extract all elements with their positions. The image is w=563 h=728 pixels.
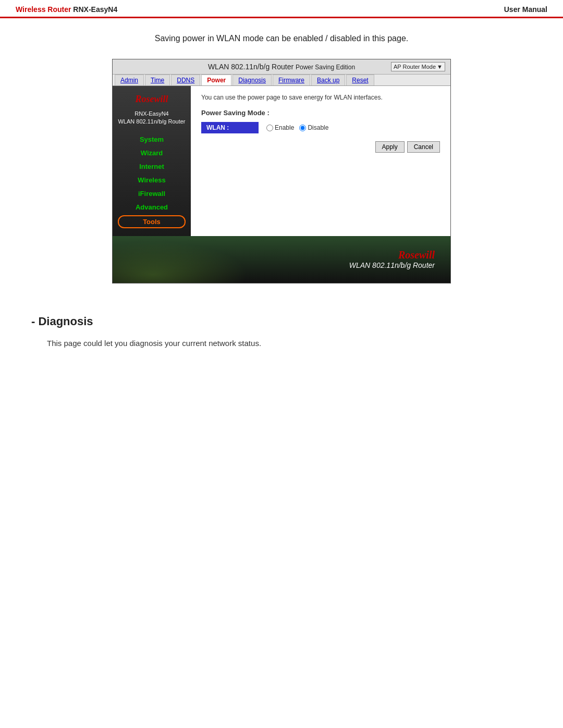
router-sidebar: Rosewill RNX-EasyN4 WLAN 802.11n/b/g Rou… xyxy=(113,86,191,236)
radio-group: Enable Disable xyxy=(266,124,328,131)
router-ui-screenshot: WLAN 802.11n/b/g Router Power Saving Edi… xyxy=(112,59,451,283)
sidebar-model-line1: RNX-EasyN4 xyxy=(118,110,185,118)
sidebar-item-wizard[interactable]: Wizard xyxy=(118,147,186,158)
diagnosis-title: - Diagnosis xyxy=(31,315,532,328)
brand-label: Wireless Router xyxy=(16,5,71,14)
cancel-button[interactable]: Cancel xyxy=(407,141,440,153)
wlan-label-box: WLAN : xyxy=(201,122,259,133)
router-footer: Rosewill WLAN 802.11n/b/g Router xyxy=(113,236,450,283)
sidebar-model: RNX-EasyN4 WLAN 802.11n/b/g Router xyxy=(118,110,185,126)
router-top-bar: WLAN 802.11n/b/g Router Power Saving Edi… xyxy=(113,59,450,75)
model-label: RNX-EasyN4 xyxy=(73,5,117,14)
router-main-desc: You can use the power page to save energ… xyxy=(201,94,440,101)
footer-light-effect xyxy=(113,241,248,283)
page-content: Saving power in WLAN mode can be enabled… xyxy=(0,18,563,368)
power-saving-label: Power Saving Mode : xyxy=(201,109,440,117)
page-header: Wireless Router RNX-EasyN4 User Manual xyxy=(0,0,563,18)
footer-brand: Rosewill xyxy=(349,249,435,261)
router-nav: Admin Time DDNS Power Diagnosis Firmware… xyxy=(113,75,450,86)
router-title-prefix: WLAN 802.11n/b/g Router xyxy=(208,63,293,71)
footer-model: WLAN 802.11n/b/g Router xyxy=(349,261,435,269)
sidebar-item-ifirewall[interactable]: iFirewall xyxy=(118,188,186,199)
mode-select[interactable]: AP Router Mode ▼ xyxy=(391,62,445,71)
intro-text: Saving power in WLAN mode can be enabled… xyxy=(31,34,532,43)
tab-reset[interactable]: Reset xyxy=(346,75,374,85)
radio-enable-label: Enable xyxy=(275,124,294,131)
router-body: Rosewill RNX-EasyN4 WLAN 802.11n/b/g Rou… xyxy=(113,86,450,236)
router-main-panel: You can use the power page to save energ… xyxy=(191,86,450,236)
tab-backup[interactable]: Back up xyxy=(311,75,345,85)
radio-disable-label: Disable xyxy=(308,124,328,131)
radio-disable[interactable] xyxy=(299,125,306,131)
sidebar-logo: Rosewill xyxy=(135,94,168,105)
diagnosis-section: - Diagnosis This page could let you diag… xyxy=(31,315,532,348)
sidebar-model-line2: WLAN 802.11n/b/g Router xyxy=(118,118,185,126)
router-title: WLAN 802.11n/b/g Router Power Saving Edi… xyxy=(208,63,355,71)
sidebar-item-wireless[interactable]: Wireless xyxy=(118,175,186,186)
manual-label: User Manual xyxy=(504,5,547,14)
radio-enable[interactable] xyxy=(266,125,273,131)
tab-admin[interactable]: Admin xyxy=(115,75,144,85)
tab-firmware[interactable]: Firmware xyxy=(273,75,310,85)
radio-disable-option[interactable]: Disable xyxy=(299,124,328,131)
power-row: WLAN : Enable Disable xyxy=(201,122,440,133)
sidebar-item-system[interactable]: System xyxy=(118,134,186,145)
tab-power[interactable]: Power xyxy=(201,75,231,85)
diagnosis-description: This page could let you diagnosis your c… xyxy=(47,339,532,348)
sidebar-item-internet[interactable]: Internet xyxy=(118,161,186,172)
tab-diagnosis[interactable]: Diagnosis xyxy=(232,75,272,85)
sidebar-item-tools[interactable]: Tools xyxy=(118,215,186,228)
radio-enable-option[interactable]: Enable xyxy=(266,124,294,131)
tab-time[interactable]: Time xyxy=(145,75,170,85)
sidebar-item-advanced[interactable]: Advanced xyxy=(118,202,186,213)
apply-button[interactable]: Apply xyxy=(375,141,405,153)
mode-select-label: AP Router Mode xyxy=(394,64,436,70)
router-title-suffix: Power Saving Edition xyxy=(296,64,355,71)
tab-ddns[interactable]: DDNS xyxy=(171,75,200,85)
footer-logo: Rosewill WLAN 802.11n/b/g Router xyxy=(349,249,435,269)
apply-cancel-row: Apply Cancel xyxy=(201,141,440,153)
chevron-down-icon: ▼ xyxy=(437,64,443,70)
header-branding: Wireless Router RNX-EasyN4 xyxy=(16,5,117,14)
